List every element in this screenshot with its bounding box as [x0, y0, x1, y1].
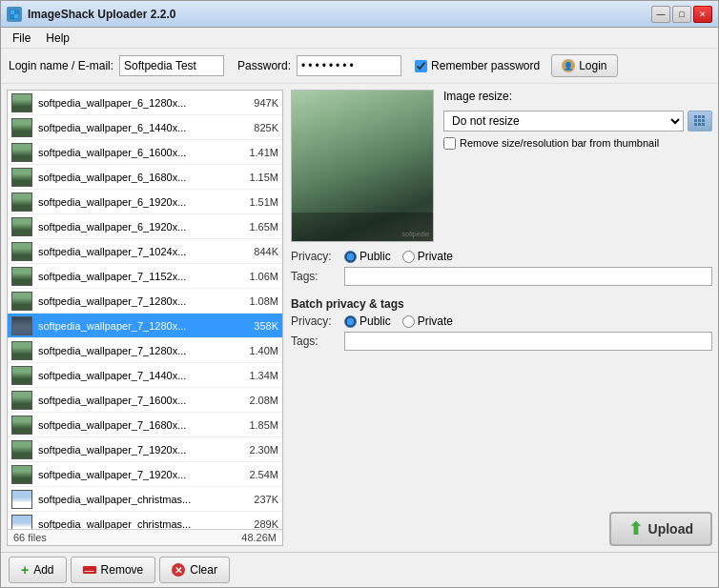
- grid-icon: [693, 114, 707, 128]
- svg-rect-5: [702, 115, 705, 118]
- list-item[interactable]: softpedia_wallpaper_christmas...237K: [8, 487, 282, 512]
- file-size: 1.06M: [240, 271, 278, 282]
- file-thumbnail: [11, 143, 32, 162]
- maximize-button[interactable]: □: [672, 6, 691, 23]
- main-content: softpedia_wallpaper_6_1280x...947Ksoftpe…: [1, 84, 718, 552]
- minimize-button[interactable]: —: [651, 6, 670, 23]
- list-item[interactable]: softpedia_wallpaper_6_1440x...825K: [8, 115, 282, 140]
- remove-bar-label: Remove size/resolution bar from thumbnai…: [460, 137, 659, 149]
- upload-arrow-icon: ⬆: [628, 518, 643, 539]
- svg-rect-9: [694, 123, 697, 126]
- add-button[interactable]: + Add: [9, 557, 67, 583]
- svg-rect-7: [698, 119, 701, 122]
- tags-input[interactable]: [344, 267, 712, 286]
- file-name: softpedia_wallpaper_christmas...: [38, 518, 235, 530]
- list-item[interactable]: softpedia_wallpaper_7_1600x...2.08M: [8, 388, 282, 413]
- login-name-input[interactable]: [119, 55, 224, 76]
- right-panel: softpedia Image resize: Do not resize 64…: [291, 90, 712, 546]
- watermark: softpedia: [402, 231, 429, 237]
- file-thumbnail: [11, 242, 32, 261]
- file-name: softpedia_wallpaper_7_1024x...: [38, 246, 235, 257]
- file-thumbnail: [11, 168, 32, 187]
- list-item[interactable]: softpedia_wallpaper_7_1280x...1.40M: [8, 338, 282, 363]
- file-thumbnail: [11, 292, 32, 311]
- file-thumbnail: [11, 490, 32, 509]
- batch-privacy-radio-group: Public Private: [344, 314, 453, 328]
- file-thumbnail: [11, 118, 32, 137]
- window-controls: — □ ✕: [651, 6, 712, 23]
- file-thumbnail: [11, 515, 32, 530]
- upload-area: ⬆ Upload: [291, 512, 712, 546]
- file-size: 1.51M: [240, 196, 278, 208]
- file-thumbnail: [11, 267, 32, 286]
- clear-button[interactable]: ✕ Clear: [159, 557, 230, 583]
- login-name-label: Login name / E-mail:: [9, 59, 113, 72]
- batch-privacy-public-option[interactable]: Public: [344, 314, 391, 328]
- privacy-public-radio[interactable]: [344, 251, 357, 263]
- file-size: 947K: [240, 97, 278, 109]
- privacy-private-radio[interactable]: [402, 251, 415, 263]
- preview-box: softpedia: [291, 90, 434, 242]
- list-item[interactable]: softpedia_wallpaper_6_1600x...1.41M: [8, 140, 282, 165]
- privacy-radio-group: Public Private: [344, 250, 453, 263]
- file-thumbnail: [11, 93, 32, 112]
- user-icon: 👤: [562, 59, 575, 72]
- privacy-private-option[interactable]: Private: [402, 250, 453, 263]
- login-button[interactable]: 👤 Login: [551, 54, 617, 77]
- batch-tags-input[interactable]: [344, 332, 712, 351]
- resize-select[interactable]: Do not resize 640x480 800x600 1024x768 1…: [443, 111, 684, 132]
- upload-button[interactable]: ⬆ Upload: [609, 512, 712, 546]
- batch-tags-label: Tags:: [291, 335, 339, 348]
- list-item[interactable]: softpedia_wallpaper_christmas...289K: [8, 512, 282, 529]
- list-item[interactable]: softpedia_wallpaper_7_1680x...1.85M: [8, 413, 282, 437]
- list-item[interactable]: softpedia_wallpaper_6_1680x...1.15M: [8, 165, 282, 190]
- list-item[interactable]: softpedia_wallpaper_7_1440x...1.34M: [8, 363, 282, 388]
- remove-bar-checkbox[interactable]: [443, 137, 456, 150]
- file-name: softpedia_wallpaper_7_1920x...: [38, 444, 235, 456]
- svg-rect-3: [694, 115, 697, 118]
- list-item[interactable]: softpedia_wallpaper_6_1280x...947K: [8, 91, 282, 115]
- privacy-row: Privacy: Public Private: [291, 250, 712, 263]
- list-item[interactable]: softpedia_wallpaper_7_1152x...1.06M: [8, 264, 282, 289]
- file-list[interactable]: softpedia_wallpaper_6_1280x...947Ksoftpe…: [8, 91, 282, 529]
- list-item[interactable]: softpedia_wallpaper_7_1920x...2.54M: [8, 462, 282, 487]
- privacy-tags-section: Privacy: Public Private Tags:: [291, 250, 712, 286]
- batch-tags-row: Tags:: [291, 332, 712, 351]
- file-name: softpedia_wallpaper_6_1440x...: [38, 122, 235, 133]
- bottom-left-buttons: + Add — Remove ✕ Clear: [9, 557, 230, 583]
- resize-options-button[interactable]: [688, 111, 712, 132]
- privacy-label: Privacy:: [291, 250, 339, 263]
- menu-file[interactable]: File: [5, 30, 38, 47]
- list-item[interactable]: softpedia_wallpaper_7_1024x...844K: [8, 239, 282, 264]
- list-item[interactable]: softpedia_wallpaper_6_1920x...1.65M: [8, 214, 282, 239]
- file-list-container: softpedia_wallpaper_6_1280x...947Ksoftpe…: [7, 90, 283, 546]
- list-item[interactable]: softpedia_wallpaper_7_1920x...2.30M: [8, 437, 282, 462]
- menu-help[interactable]: Help: [38, 30, 77, 47]
- file-count: 66 files: [13, 532, 47, 543]
- password-label: Password:: [237, 59, 291, 72]
- file-size: 1.40M: [240, 345, 278, 356]
- file-size: 1.08M: [240, 295, 278, 307]
- file-name: softpedia_wallpaper_6_1920x...: [38, 221, 235, 233]
- batch-privacy-private-option[interactable]: Private: [402, 314, 453, 328]
- total-size: 48.26M: [241, 532, 277, 543]
- close-button[interactable]: ✕: [693, 6, 712, 23]
- file-name: softpedia_wallpaper_6_1920x...: [38, 196, 235, 208]
- batch-privacy-public-radio[interactable]: [344, 315, 357, 328]
- file-size: 2.08M: [240, 395, 278, 406]
- privacy-public-option[interactable]: Public: [344, 250, 391, 263]
- file-thumbnail: [11, 316, 32, 335]
- remember-checkbox[interactable]: [415, 60, 427, 72]
- tags-label: Tags:: [291, 270, 339, 283]
- file-name: softpedia_wallpaper_6_1680x...: [38, 172, 235, 183]
- batch-privacy-private-radio[interactable]: [402, 315, 415, 328]
- list-item[interactable]: softpedia_wallpaper_7_1280x...358K: [8, 314, 282, 338]
- top-right: softpedia Image resize: Do not resize 64…: [291, 90, 712, 242]
- list-item[interactable]: softpedia_wallpaper_7_1280x...1.08M: [8, 289, 282, 314]
- remove-button[interactable]: — Remove: [71, 557, 156, 583]
- file-name: softpedia_wallpaper_6_1280x...: [38, 97, 235, 109]
- list-item[interactable]: softpedia_wallpaper_6_1920x...1.51M: [8, 190, 282, 214]
- svg-rect-2: [14, 14, 18, 18]
- password-input[interactable]: [297, 55, 401, 76]
- file-thumbnail: [11, 341, 32, 360]
